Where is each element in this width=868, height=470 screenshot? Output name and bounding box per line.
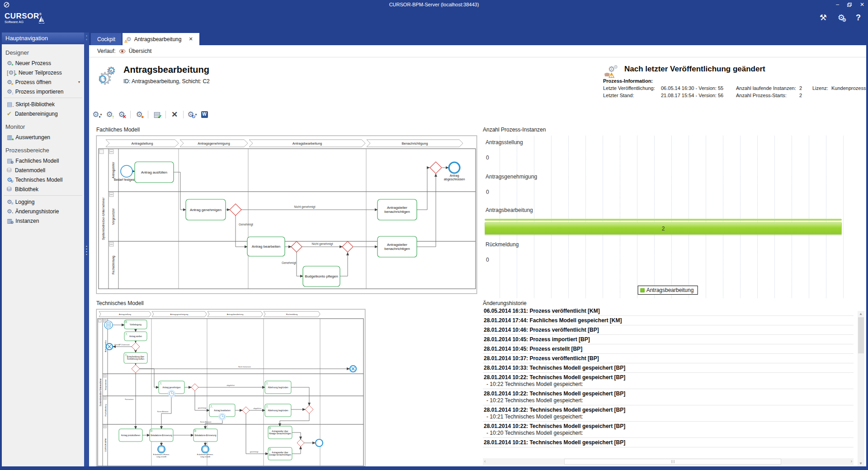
unpublish-button[interactable]: ⚙✕ (116, 109, 127, 119)
history-entry[interactable]: 06.05.2014 16:31: Prozess veröffentlicht… (483, 306, 854, 316)
delete-button[interactable]: ✕ (169, 109, 180, 119)
history-entry[interactable]: 28.01.2014 10:37: Prozess veröffentlicht… (483, 354, 854, 363)
help-icon[interactable]: ? (856, 14, 861, 22)
breadcrumb-item[interactable]: Übersicht (129, 48, 152, 54)
bpmn-task[interactable]: Antrag genehmigen (159, 381, 184, 397)
sidebar-item-auswertungen[interactable]: ▥▴Auswertungen (2, 132, 84, 142)
sidebar-item-neuer-teilprozess[interactable]: [⚙]+Neuer Teilprozess (2, 68, 84, 77)
instances-button[interactable]: ⚙● (134, 109, 145, 119)
sidebar-item-technisches-modell[interactable]: ⚙↻Technisches Modell (2, 175, 84, 184)
sidebar-item-prozess-öffnen[interactable]: ⚙▸Prozess öffnen▾ (2, 77, 84, 87)
vscroll-thumb[interactable] (858, 317, 864, 353)
svg-text:Antragsgenehmigung: Antragsgenehmigung (198, 141, 230, 146)
tab-close-icon[interactable]: ✕ (189, 36, 193, 42)
bpmn-gateway[interactable] (191, 384, 198, 391)
bpmn-task[interactable]: Antragsteller überAbsage benachrichtigen (268, 426, 292, 439)
tab-antragsbearbeitung[interactable]: ⚙⚠Antragsbearbeitung✕ (123, 33, 199, 45)
restore-button[interactable] (847, 3, 852, 7)
bpmn-msg-start[interactable] (104, 321, 113, 329)
scroll-down-icon[interactable]: ▼ (859, 461, 863, 465)
technisches-modell-diagram[interactable]: AntragstellungAntragsgenehmigungAntragsb… (96, 309, 365, 466)
scroll-left-icon[interactable]: ‹ (484, 459, 486, 464)
scroll-up-icon[interactable]: ▲ (859, 312, 863, 316)
close-button[interactable]: ✕ (860, 1, 864, 8)
hscroll-thumb[interactable] (564, 459, 781, 465)
tools-icon[interactable]: ⚒ (820, 14, 827, 22)
save-button[interactable]: ⚙▪▾ (92, 109, 103, 119)
bpmn-task[interactable]: Antragsteller überZusage benachrichtigen (268, 447, 292, 460)
bpmn-task[interactable]: Antrag ausfüllen (135, 162, 174, 183)
sidebar-item-datenbereinigung[interactable]: ✔Datenbereinigung (2, 109, 84, 118)
minimize-button[interactable]: – (836, 1, 839, 8)
toolbar: ⚙▪▾⚙↑⚙✕⚙●▤✔✕⚙↻▾W (92, 108, 210, 120)
bpmn-task[interactable]: Ablehnung begründen (265, 404, 291, 417)
history-entry[interactable]: 28.01.2014 10:45: Prozess erstellt [BP] (483, 344, 854, 354)
bpmn-task[interactable]: Antrag stellen (124, 332, 147, 341)
refresh-button[interactable]: ⚙↻▾ (187, 109, 198, 119)
sidebar-collapse-strip[interactable]: ‹‹ •••• (84, 33, 89, 466)
bpmn-gateway[interactable] (242, 407, 250, 414)
history-entry[interactable]: 28.01.2014 10:22: Technisches Modell ges… (483, 373, 854, 389)
sidebar-item-neuer-prozess[interactable]: ⚙+Neuer Prozess (2, 58, 84, 68)
validate-button[interactable]: ▤✔ (151, 109, 162, 119)
bpmn-gateway[interactable] (291, 241, 302, 252)
history-entry-title: 28.01.2014 10:33: Technisches Modell ges… (484, 365, 854, 371)
publish-button[interactable]: ⚙↑ (104, 109, 115, 119)
bpmn-gateway[interactable] (430, 162, 442, 174)
bpmn-task[interactable]: Budgetkonto pflegen (303, 266, 340, 287)
bpmn-gateway[interactable] (132, 343, 140, 351)
fachliches-modell-diagram[interactable]: AntragstellungAntragsgenehmigungAntragsb… (96, 136, 477, 294)
sidebar-item-skript-bibliothek[interactable]: ▤-Skript-Bibliothek (2, 99, 84, 109)
history-entry[interactable]: 28.01.2014 10:45: Prozess importiert [BP… (483, 335, 854, 344)
chevron-down-icon[interactable]: ▾ (78, 80, 80, 84)
sidebar-item-fachliches-modell[interactable]: ▤⚙Fachliches Modell (2, 156, 84, 165)
bpmn-gateway[interactable] (132, 365, 140, 373)
sidebar-item-logging[interactable]: ⚙≡Logging (2, 197, 84, 207)
status-title: Nach letzter Veröffentlichung geändert (624, 65, 765, 74)
bpmn-gateway[interactable] (297, 439, 304, 446)
bpmn-end-cancel[interactable] (106, 343, 113, 350)
history-hscrollbar[interactable]: ‹ › (483, 458, 854, 465)
bpmn-task[interactable]: Antragstellerbenachrichtigen (377, 236, 417, 257)
svg-text:Antragsteller: Antragsteller (112, 161, 115, 178)
bpmn-task[interactable]: Antrag genehmigen (186, 199, 226, 220)
export-word-button[interactable]: W (199, 109, 210, 119)
sidebar-item-änderungshistorie[interactable]: ⚙◔Änderungshistorie (2, 207, 84, 216)
bpmn-task[interactable]: Entscheidung überFortführung treffen (124, 352, 147, 363)
bpmn-task[interactable]: Antrag bearbeiten (247, 237, 285, 256)
bpmn-end[interactable] (316, 439, 323, 446)
bpmn-task[interactable]: Eskalations-Erinnerung (150, 429, 173, 442)
svg-text:abgelehnt: abgelehnt (253, 407, 261, 409)
scroll-right-icon[interactable]: › (851, 459, 852, 464)
history-entry[interactable]: 28.01.2014 10:33: Technisches Modell ges… (483, 363, 854, 373)
history-entry[interactable]: 28.01.2014 10:22: Technisches Modell ges… (483, 405, 854, 422)
history-entry[interactable]: 28.01.2014 10:22: Technisches Modell ges… (483, 389, 854, 405)
history-entry[interactable]: 28.01.2014 10:22: Technisches Modell ges… (483, 422, 854, 438)
history-entry[interactable]: 28.01.2014 10:46: Prozess veröffentlicht… (483, 325, 854, 335)
content-vscrollbar[interactable]: ▲ ▼ (858, 311, 864, 466)
bpmn-event[interactable]: Eskalations-Erinne-rung erstellt (197, 446, 214, 458)
bpmn-gateway[interactable] (305, 405, 313, 414)
svg-text:Antrag genehmigen: Antrag genehmigen (190, 208, 222, 212)
sidebar-item-datenmodell[interactable]: ⛁Datenmodell (2, 165, 84, 175)
bpmn-end[interactable]: Antragabgeschlossen (444, 162, 465, 181)
bpmn-task[interactable]: Eskalations-Erinnerung (193, 429, 217, 442)
history-entry[interactable]: 28.01.2014 10:21: Technisches Modell ges… (483, 438, 854, 447)
bpmn-task[interactable]: Antragstellerbenachrichtigen (377, 199, 417, 220)
bpmn-end-cancel[interactable] (350, 366, 356, 372)
history-entry[interactable]: 28.01.2014 17:44: Fachliches Modell gesp… (483, 316, 854, 325)
sidebar-item-prozess-importieren[interactable]: ⚙↓Prozess importieren (2, 87, 84, 96)
bpmn-task[interactable]: Antrag protokollieren (119, 429, 142, 442)
bpmn-gateway[interactable] (230, 204, 241, 216)
svg-text:Vorgesetzter: Vorgesetzter (112, 208, 115, 225)
tab-cockpit[interactable]: Cockpit (91, 33, 122, 45)
bpmn-event[interactable]: Eskalations-Erinne-rung erstellt (153, 446, 170, 458)
bpmn-task[interactable]: Antrag bearbeiten (209, 404, 235, 420)
sidebar-item-bibliothek[interactable]: ⛁Bibliothek (2, 184, 84, 194)
sidebar-item-instanzen[interactable]: ▥⚙Instanzen (2, 216, 84, 226)
settings-lock-icon[interactable]: ⚙⚙ (838, 14, 845, 22)
bpmn-task[interactable]: Vorbelegung (124, 320, 147, 329)
bpmn-gateway[interactable] (342, 241, 353, 252)
bpmn-task[interactable]: Ablehnung begründen (265, 381, 291, 394)
svg-text:Antrag bearbeiten: Antrag bearbeiten (252, 244, 281, 249)
